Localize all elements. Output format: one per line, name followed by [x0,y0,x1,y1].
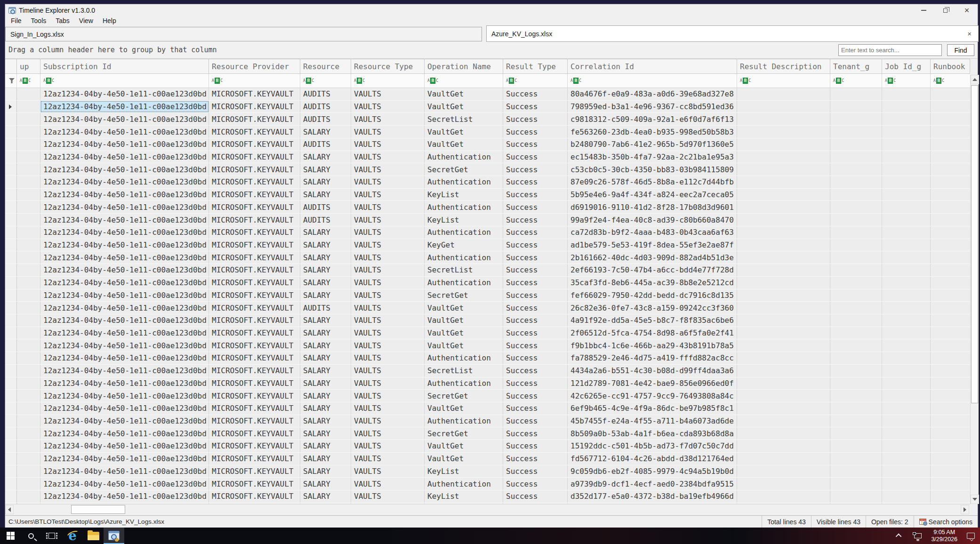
cell-correlation-id[interactable]: c9818312-c509-409a-92a1-e6f0d7af6f13 [568,113,737,125]
cell-resource-type[interactable]: VAULTS [351,302,425,314]
cell-resource-type[interactable]: VAULTS [351,214,425,226]
cell-operation-name[interactable]: Authentication [425,176,503,188]
cell-resource-provider[interactable]: MICROSOFT.KEYVAULT [209,251,300,264]
cell-correlation-id[interactable]: 35caf3fd-8eb6-445a-ac39-8b8e2e5212cd [568,277,737,289]
cell-tenant-g[interactable] [830,189,882,201]
row-selector-cell[interactable] [5,365,17,377]
cell-up[interactable] [17,365,40,377]
cell-correlation-id[interactable]: ec15483b-350b-4fa7-92aa-2c21ba1e95a3 [568,151,737,163]
cell-runbook-name[interactable] [931,314,970,327]
cell-subscription-id[interactable]: 12az1234-04by-4e50-1e11-c00ae123d0bd [40,440,209,452]
cell-resource-type[interactable]: VAULTS [351,226,425,239]
cell-runbook-name[interactable] [931,126,970,138]
cell-tenant-g[interactable] [830,377,882,390]
row-selector-cell[interactable] [5,490,17,503]
cell-resource-provider[interactable]: MICROSOFT.KEYVAULT [209,113,300,125]
cell-operation-name[interactable]: KeyList [425,465,503,478]
cell-up[interactable] [17,88,40,100]
filter-resource-provider[interactable]: ABC [209,74,300,88]
cell-subscription-id[interactable]: 12az1234-04by-4e50-1e11-c00ae123d0bd [40,251,209,264]
cell-subscription-id[interactable]: 12az1234-04by-4e50-1e11-c00ae123d0bd [40,289,209,302]
cell-result-description[interactable] [737,339,830,352]
cell-resource[interactable]: SALARY [300,251,351,264]
cell-result-description[interactable] [737,453,830,465]
cell-runbook-name[interactable] [931,277,970,289]
cell-operation-name[interactable]: Authentication [425,151,503,163]
cell-result-description[interactable] [737,302,830,314]
cell-operation-name[interactable]: VaultGet [425,126,503,138]
cell-resource-type[interactable]: VAULTS [351,478,425,490]
cell-operation-name[interactable]: Authentication [425,377,503,390]
cell-resource-provider[interactable]: MICROSOFT.KEYVAULT [209,214,300,226]
row-selector-cell[interactable] [5,289,17,302]
cell-up[interactable] [17,314,40,327]
cell-subscription-id[interactable]: 12az1234-04by-4e50-1e11-c00ae123d0bd [40,264,209,276]
cell-job-id-g[interactable] [882,440,931,452]
cell-correlation-id[interactable]: 26c82e36-0fe7-43c8-a159-09242cc3f360 [568,302,737,314]
row-selector-cell[interactable] [5,88,17,100]
cell-up[interactable] [17,377,40,390]
cell-runbook-name[interactable] [931,226,970,239]
cell-operation-name[interactable]: SecretGet [425,163,503,176]
cell-resource-provider[interactable]: MICROSOFT.KEYVAULT [209,352,300,364]
cell-result-type[interactable]: Success [503,465,568,478]
cell-result-description[interactable] [737,239,830,251]
cell-tenant-g[interactable] [830,289,882,302]
cell-subscription-id[interactable]: 12az1234-04by-4e50-1e11-c00ae123d0bd [40,427,209,440]
cell-resource-provider[interactable]: MICROSOFT.KEYVAULT [209,415,300,427]
cell-resource[interactable]: SALARY [300,239,351,251]
cell-runbook-name[interactable] [931,390,970,402]
cell-up[interactable] [17,453,40,465]
cell-resource-type[interactable]: VAULTS [351,289,425,302]
cell-tenant-g[interactable] [830,151,882,163]
cell-tenant-g[interactable] [830,214,882,226]
cell-resource-provider[interactable]: MICROSOFT.KEYVAULT [209,390,300,402]
cell-up[interactable] [17,465,40,478]
cell-correlation-id[interactable]: fef66029-7950-42dd-bedd-dc7916c8d135 [568,289,737,302]
row-selector-cell[interactable] [5,302,17,314]
cell-subscription-id[interactable]: 12az1234-04by-4e50-1e11-c00ae123d0bd [40,201,209,213]
filter-resource[interactable]: ABC [300,74,351,88]
row-selector-cell[interactable] [5,163,17,176]
cell-result-type[interactable]: Success [503,214,568,226]
cell-result-description[interactable] [737,465,830,478]
action-center-button[interactable] [961,528,980,544]
cell-tenant-g[interactable] [830,465,882,478]
header-job-id-g[interactable]: Job Id_g [882,59,931,73]
cell-correlation-id[interactable]: 5b95e4e6-9a4f-434f-a824-eec2a7ceca05 [568,189,737,201]
cell-resource[interactable]: SALARY [300,415,351,427]
cell-tenant-g[interactable] [830,490,882,503]
network-tray-button[interactable] [908,528,927,544]
cell-subscription-id[interactable]: 12az1234-04by-4e50-1e11-c00ae123d0bd [40,101,209,113]
filter-subscription-id[interactable]: ABC [40,74,209,88]
cell-resource-type[interactable]: VAULTS [351,189,425,201]
cell-resource-type[interactable]: VAULTS [351,314,425,327]
cell-tenant-g[interactable] [830,226,882,239]
cell-correlation-id[interactable]: fa788529-2e46-4d75-a419-fffd882ac8cc [568,352,737,364]
cell-runbook-name[interactable] [931,201,970,213]
cell-operation-name[interactable]: Authentication [425,277,503,289]
cell-job-id-g[interactable] [882,189,931,201]
filter-resource-type[interactable]: ABC [351,74,425,88]
vertical-scrollbar[interactable] [970,75,979,504]
cell-result-type[interactable]: Success [503,302,568,314]
cell-up[interactable] [17,214,40,226]
cell-runbook-name[interactable] [931,465,970,478]
cell-result-type[interactable]: Success [503,427,568,440]
cell-up[interactable] [17,239,40,251]
cell-up[interactable] [17,264,40,276]
tab-azure-kv-logs[interactable]: Azure_KV_Logs.xlsx × [486,25,979,42]
taskbar-search-button[interactable] [21,528,41,544]
cell-resource[interactable]: SALARY [300,365,351,377]
cell-job-id-g[interactable] [882,390,931,402]
cell-runbook-name[interactable] [931,163,970,176]
cell-correlation-id[interactable]: a9739db9-dcf1-4ecf-aed0-2384bdfa9515 [568,478,737,490]
cell-job-id-g[interactable] [882,365,931,377]
cell-correlation-id[interactable]: 99a9f2e4-f4ea-40c8-ad39-c80b660a8470 [568,214,737,226]
horizontal-scrollbar-thumb[interactable] [71,505,125,514]
cell-resource-type[interactable]: VAULTS [351,402,425,415]
cell-runbook-name[interactable] [931,138,970,151]
cell-result-description[interactable] [737,251,830,264]
cell-result-type[interactable]: Success [503,138,568,151]
row-selector-cell[interactable] [5,478,17,490]
